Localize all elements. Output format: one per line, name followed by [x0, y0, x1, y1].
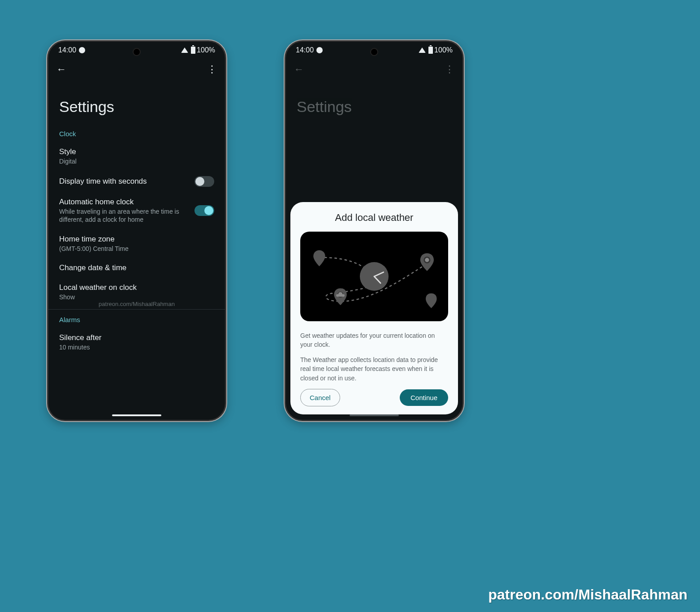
status-time: 14:00 [296, 46, 314, 54]
overflow-menu-icon[interactable]: ⋮ [207, 64, 217, 75]
battery-percent: 100% [197, 46, 215, 54]
setting-label: Display time with seconds [59, 177, 190, 186]
setting-auto-home-clock[interactable]: Automatic home clock While traveling in … [48, 192, 225, 229]
setting-label: Automatic home clock [59, 198, 190, 207]
toggle-auto-home[interactable] [194, 205, 214, 216]
continue-button[interactable]: Continue [400, 389, 448, 406]
app-bar: ← ⋮ [286, 59, 462, 80]
battery-icon [428, 47, 433, 54]
watermark-text: patreon.com/MishaalRahman [48, 301, 225, 307]
setting-value: 10 minutes [59, 343, 210, 351]
setting-style[interactable]: Style Digital [48, 142, 225, 171]
setting-value: (GMT-5:00) Central Time [59, 245, 210, 253]
setting-label: Silence after [59, 333, 210, 342]
sheet-illustration [300, 232, 448, 321]
setting-label: Style [59, 147, 210, 156]
app-bar: ← ⋮ [48, 59, 225, 80]
nav-pill[interactable] [350, 414, 399, 416]
battery-icon [191, 47, 195, 54]
setting-desc: While traveling in an area where the tim… [59, 207, 190, 224]
setting-label: Change date & time [59, 263, 210, 272]
image-credit: patreon.com/MishaalRahman [488, 586, 687, 603]
svg-point-4 [425, 258, 429, 262]
sheet-paragraph-2: The Weather app collects location data t… [300, 355, 448, 383]
sheet-paragraph-1: Get weather updates for your current loc… [300, 331, 448, 349]
setting-home-timezone[interactable]: Home time zone (GMT-5:00) Central Time [48, 229, 225, 258]
section-alarms: Alarms [48, 312, 225, 328]
page-title: Settings [48, 80, 225, 126]
page-title-background: Settings [286, 80, 462, 126]
setting-silence-after[interactable]: Silence after 10 minutes [48, 328, 225, 357]
status-time: 14:00 [58, 46, 76, 54]
setting-value: Digital [59, 157, 210, 165]
status-dot-icon [316, 47, 323, 53]
status-dot-icon [79, 47, 85, 53]
setting-change-date-time[interactable]: Change date & time [48, 258, 225, 278]
back-icon[interactable]: ← [56, 64, 66, 75]
bottom-sheet: Add local weather [290, 202, 458, 414]
camera-cutout [370, 48, 378, 56]
cancel-button[interactable]: Cancel [300, 389, 340, 406]
battery-percent: 100% [434, 46, 453, 54]
divider [48, 309, 225, 310]
camera-cutout [133, 48, 141, 56]
section-clock: Clock [48, 126, 225, 142]
nav-pill[interactable] [112, 414, 161, 416]
setting-value: Show [59, 293, 210, 301]
sheet-title: Add local weather [300, 212, 448, 224]
wifi-icon [181, 47, 188, 53]
overflow-menu-icon: ⋮ [445, 64, 454, 75]
setting-label: Local weather on clock [59, 283, 210, 292]
wifi-icon [419, 47, 426, 53]
phone-right: 14:00 100% ← ⋮ Settings Add local weathe… [285, 40, 464, 421]
setting-label: Home time zone [59, 235, 210, 244]
phone-left: 14:00 100% ← ⋮ Settings Clock Style Digi… [47, 40, 226, 421]
back-icon: ← [294, 64, 304, 75]
toggle-seconds[interactable] [194, 176, 214, 187]
setting-display-seconds[interactable]: Display time with seconds [48, 171, 225, 192]
